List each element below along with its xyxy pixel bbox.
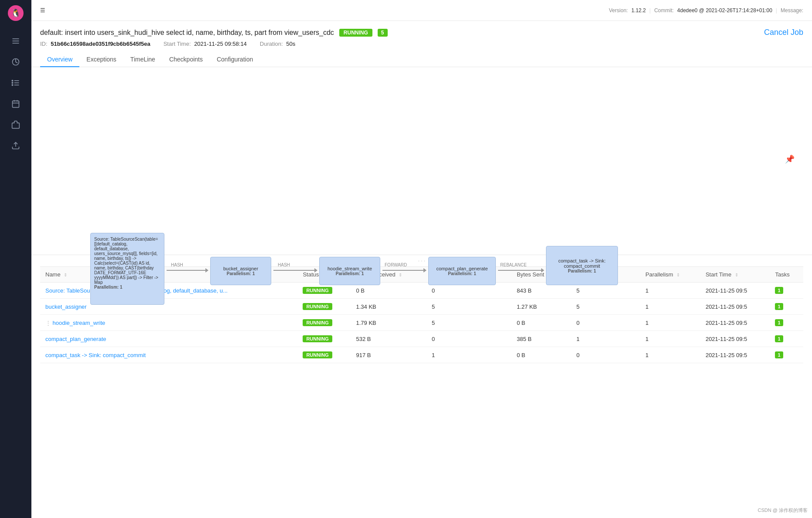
table-row: compact_task -> Sink: compact_commit RUN… <box>40 347 803 363</box>
tasks-badge: 1 <box>775 287 783 294</box>
row-tasks: 1 <box>770 331 803 347</box>
sidebar-item-menu[interactable] <box>8 33 24 49</box>
job-id-label: ID: 51b66c16598ade0351f9cb6b6545f5ea <box>40 41 150 47</box>
row-records-sent: 0 <box>571 315 640 331</box>
sidebar-item-calendar[interactable] <box>8 96 24 112</box>
edge-label-rebalance: REBALANCE <box>500 262 527 267</box>
tab-checkpoints[interactable]: Checkpoints <box>162 52 210 67</box>
row-status: RUNNING <box>297 347 351 363</box>
row-start-time: 2021-11-25 09:5 <box>700 299 770 315</box>
bucket-assigner-parallelism: Parallelism: 1 <box>227 271 255 276</box>
row-parallelism: 1 <box>640 283 700 299</box>
version-value: 1.12.2 <box>631 7 646 14</box>
job-tasks-badge: 5 <box>378 29 388 37</box>
edge-compact-plan-task <box>498 270 544 271</box>
row-parallelism: 1 <box>640 347 700 363</box>
sidebar-item-upload[interactable] <box>8 138 24 153</box>
job-header: default: insert into users_sink_hudi_hiv… <box>31 21 812 67</box>
row-bytes-received: 917 B <box>351 347 426 363</box>
row-records-sent: 0 <box>571 347 640 363</box>
dag-node-source: Source: TableSourceScan(table=[[default_… <box>90 233 164 305</box>
job-duration: Duration: 50s <box>260 41 295 47</box>
svg-text:🐧: 🐧 <box>11 8 21 18</box>
tab-overview[interactable]: Overview <box>40 52 79 67</box>
svg-rect-12 <box>13 101 19 107</box>
app-logo: 🐧 <box>7 4 24 22</box>
row-start-time: 2021-11-25 09:5 <box>700 283 770 299</box>
row-records-received: 1 <box>426 347 512 363</box>
edge-label-hash2: HASH <box>278 262 290 267</box>
row-start-time: 2021-11-25 09:5 <box>700 347 770 363</box>
job-title: default: insert into users_sink_hudi_hiv… <box>40 29 334 37</box>
dag-node-compact-plan-generate: compact_plan_generate Parallelism: 1 <box>428 257 496 285</box>
pin-icon[interactable]: 📌 <box>785 154 795 164</box>
row-bytes-received: 1.79 KB <box>351 315 426 331</box>
row-name[interactable]: compact_plan_generate <box>40 331 297 347</box>
dag-node-hoodie-stream-write: hoodie_stream_write Parallelism: 1 <box>319 257 380 285</box>
row-records-received: 5 <box>426 299 512 315</box>
dag-node-bucket-assigner: bucket_assigner Parallelism: 1 <box>210 257 271 285</box>
col-parallelism[interactable]: Parallelism ⇕ <box>640 267 700 283</box>
row-context-menu-icon[interactable]: ⋮ <box>45 320 51 326</box>
row-bytes-received: 532 B <box>351 331 426 347</box>
cancel-job-button[interactable]: Cancel Job <box>764 28 803 37</box>
message-label: Message: <box>781 7 803 14</box>
edge-label-forward: FORWARD <box>385 262 407 267</box>
tasks-badge: 1 <box>775 303 783 310</box>
dag-container: HASH HASH FORWARD REBALANCE Source: Tabl… <box>40 85 803 246</box>
job-id-value: 51b66c16598ade0351f9cb6b6545f5ea <box>51 41 150 47</box>
status-badge: RUNNING <box>303 287 332 294</box>
row-tasks: 1 <box>770 283 803 299</box>
compact-task-label: compact_task -> Sink: compact_commit <box>551 258 613 269</box>
row-name[interactable]: ⋮ hoodie_stream_write <box>40 315 297 331</box>
row-bytes-received: 1.34 KB <box>351 299 426 315</box>
status-badge: RUNNING <box>303 351 332 358</box>
topbar-right: Version: 1.12.2 | Commit: 4dedee0 @ 2021… <box>609 7 803 14</box>
tab-timeline[interactable]: TimeLine <box>123 52 162 67</box>
edge-hoodie-compact-plan <box>382 270 426 271</box>
sidebar-item-extensions[interactable] <box>8 117 24 133</box>
status-badge: RUNNING <box>303 303 332 310</box>
tasks-badge: 1 <box>775 351 783 358</box>
sidebar-item-dashboard[interactable] <box>8 54 24 70</box>
tasks-badge: 1 <box>775 335 783 342</box>
row-tasks: 1 <box>770 347 803 363</box>
edge-source-bucket <box>167 270 208 271</box>
sidebar-item-jobs[interactable] <box>8 75 24 91</box>
col-tasks[interactable]: Tasks <box>770 267 803 283</box>
row-status: RUNNING <box>297 299 351 315</box>
topbar-left: ☰ <box>40 7 45 14</box>
source-parallelism: Parallelism: 1 <box>94 285 160 290</box>
row-records-sent: 1 <box>571 331 640 347</box>
row-bytes-sent: 0 B <box>512 347 571 363</box>
sidebar: 🐧 <box>0 0 31 518</box>
row-records-received: 0 <box>426 331 512 347</box>
main-content: ☰ Version: 1.12.2 | Commit: 4dedee0 @ 20… <box>31 0 812 518</box>
bucket-assigner-label: bucket_assigner <box>223 266 258 271</box>
row-status: RUNNING <box>297 331 351 347</box>
col-start-time[interactable]: Start Time ⇕ <box>700 267 770 283</box>
topbar-menu-icon[interactable]: ☰ <box>40 7 45 14</box>
commit-value: 4dedee0 @ 2021-02-26T17:14:28+01:00 <box>677 7 772 14</box>
dag-node-compact-task: compact_task -> Sink: compact_commit Par… <box>546 246 618 285</box>
version-label: Version: <box>609 7 628 14</box>
hoodie-stream-write-parallelism: Parallelism: 1 <box>336 271 364 276</box>
row-records-received: 5 <box>426 315 512 331</box>
tab-configuration[interactable]: Configuration <box>210 52 260 67</box>
row-name[interactable]: bucket_assigner <box>40 299 297 315</box>
status-badge: RUNNING <box>303 335 332 342</box>
row-name[interactable]: compact_task -> Sink: compact_commit <box>40 347 297 363</box>
table-row: ⋮ hoodie_stream_write RUNNING 1.79 KB 5 … <box>40 315 803 331</box>
row-start-time: 2021-11-25 09:5 <box>700 331 770 347</box>
hoodie-stream-write-label: hoodie_stream_write <box>328 266 372 271</box>
row-bytes-sent: 1.27 KB <box>512 299 571 315</box>
row-parallelism: 1 <box>640 315 700 331</box>
tab-exceptions[interactable]: Exceptions <box>79 52 123 67</box>
row-records-sent: 5 <box>571 299 640 315</box>
row-bytes-sent: 385 B <box>512 331 571 347</box>
job-meta: ID: 51b66c16598ade0351f9cb6b6545f5ea Sta… <box>40 41 803 47</box>
row-bytes-sent: 0 B <box>512 315 571 331</box>
row-start-time: 2021-11-25 09:5 <box>700 315 770 331</box>
status-badge: RUNNING <box>303 319 332 326</box>
content-area: HASH HASH FORWARD REBALANCE Source: Tabl… <box>31 67 812 518</box>
